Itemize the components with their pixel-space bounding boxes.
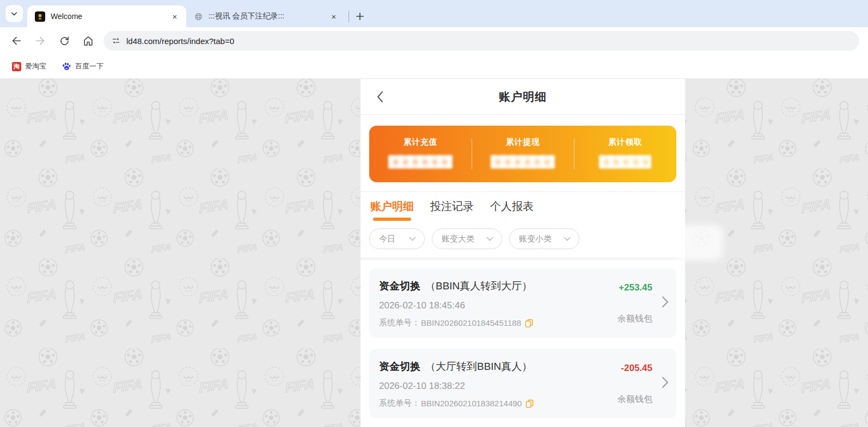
content-tabs: 账户明细 投注记录 个人报表 [360,192,685,223]
forward-button[interactable] [30,31,50,51]
chevron-left-icon [376,90,384,103]
globe-icon [194,12,203,21]
record-detail: （大厅转到BBIN真人） [425,361,532,372]
record-time: 2026-02-10 18:38:22 [379,381,596,392]
tab-personal-report[interactable]: 个人报表 [490,199,534,214]
url-text[interactable]: ld48.com/reports/index?tab=0 [126,36,234,46]
back-chevron-button[interactable] [371,89,388,105]
record-info: 资金切换（大厅转到BBIN真人） 2026-02-10 18:38:22 系统单… [379,360,596,409]
tab-account-detail[interactable]: 账户明细 [370,199,414,221]
tab-separator [349,10,349,22]
browser-tab-strip: Welcome × :::视讯 会员下注纪录::: × [0,0,868,27]
home-icon [82,35,94,47]
record-order-no: BBIN202602101845451188 [421,318,521,327]
chevron-down-icon [409,237,416,242]
browser-tab-welcome[interactable]: Welcome × [27,5,186,27]
active-tab-underline [373,218,411,221]
tab-search-button[interactable] [5,5,23,22]
bookmark-baidu[interactable]: du 百度一下 [58,59,107,73]
record-type: 资金切换 [379,361,420,372]
record-type: 资金切换 [379,280,420,292]
chevron-right-icon [662,376,669,391]
record-wallet: 余额钱包 [618,394,652,405]
page-background: FIFA [0,79,868,427]
content-panel: 账户明细 累计充值 累计提现 累计领取 账户明细 [360,79,685,427]
tab-bet-records[interactable]: 投注记录 [430,199,474,214]
record-card[interactable]: 资金切换（BBIN真人转到大厅） 2026-02-10 18:45:46 系统单… [369,268,676,338]
taobao-icon: 淘 [12,62,21,71]
stat-item-withdraw: 累计提现 [472,126,574,182]
record-amount: +253.45 [619,282,652,293]
stat-value-censored [599,155,651,169]
filters-row: 今日 账变大类 账变小类 [360,223,685,258]
record-order-label: 系统单号： [379,318,420,328]
bookmark-taobao[interactable]: 淘 爱淘宝 [9,59,50,73]
svg-text:du: du [65,67,68,70]
chevron-down-icon [10,10,18,17]
browser-tab-records[interactable]: :::视讯 会员下注纪录::: × [186,5,345,27]
stat-label: 累计领取 [608,137,642,147]
blurred-overlay [673,225,723,261]
new-tab-button[interactable] [352,9,368,24]
browser-toolbar: ld48.com/reports/index?tab=0 [0,27,868,54]
stat-item-claim: 累计领取 [574,126,676,182]
baidu-icon: du [62,61,71,71]
stats-card: 累计充值 累计提现 累计领取 [369,126,676,182]
stat-value-censored [491,155,555,169]
record-time: 2026-02-10 18:45:46 [379,300,596,311]
chevron-right-icon [662,296,669,310]
record-list: 资金切换（BBIN真人转到大厅） 2026-02-10 18:45:46 系统单… [360,262,685,427]
back-arrow-icon [10,35,22,47]
chevron-down-icon [486,237,493,242]
bookmarks-bar: 淘 爱淘宝 du 百度一下 [0,54,868,79]
stat-value-censored [388,155,453,169]
copy-icon[interactable] [525,399,534,408]
filter-dropdown-date[interactable]: 今日 [369,228,425,249]
site-favicon-icon [35,11,45,22]
site-controls-icon [111,36,121,46]
record-order-no: BBIN202602101838214490 [421,399,522,408]
bookmark-label: 百度一下 [75,61,103,71]
tab-close-icon[interactable]: × [329,11,339,21]
page-header: 账户明细 [360,79,685,115]
filter-dropdown-category-major[interactable]: 账变大类 [432,228,502,249]
copy-icon[interactable] [525,319,533,327]
stat-divider [574,139,574,169]
tab-close-icon[interactable]: × [170,11,180,21]
forward-arrow-icon [34,35,46,47]
record-card[interactable]: 资金切换（大厅转到BBIN真人） 2026-02-10 18:38:22 系统单… [369,349,676,418]
record-detail: （BBIN真人转到大厅） [425,280,532,292]
sticky-shadow-divider [360,258,685,262]
bookmark-label: 爱淘宝 [25,61,46,71]
record-wallet: 余额钱包 [618,313,652,325]
page-title: 账户明细 [499,89,547,104]
filter-dropdown-category-minor[interactable]: 账变小类 [509,228,579,249]
stat-label: 累计充值 [404,137,437,147]
record-info: 资金切换（BBIN真人转到大厅） 2026-02-10 18:45:46 系统单… [379,279,596,328]
tab-title: Welcome [51,12,170,21]
stat-item-recharge: 累计充值 [369,126,472,182]
plus-icon [356,12,364,21]
back-button[interactable] [7,31,26,51]
reload-button[interactable] [54,31,74,51]
url-bar[interactable]: ld48.com/reports/index?tab=0 [103,31,859,51]
stat-divider [472,139,472,169]
stat-label: 累计提现 [506,137,540,147]
home-button[interactable] [78,31,98,51]
chevron-down-icon [564,237,571,242]
reload-icon [59,35,70,47]
tab-title: :::视讯 会员下注纪录::: [209,11,329,21]
record-order-label: 系统单号： [379,398,420,409]
record-amount: -205.45 [621,363,652,374]
